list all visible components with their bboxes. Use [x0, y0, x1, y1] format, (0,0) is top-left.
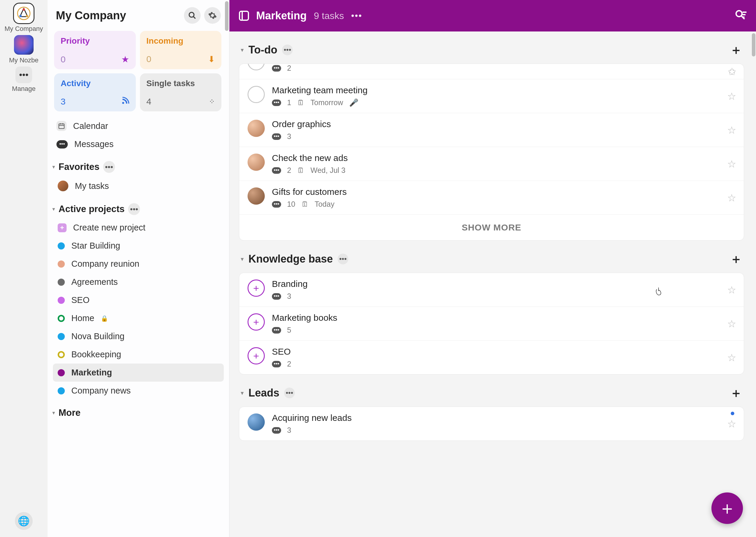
project-dot-icon: [58, 387, 65, 394]
star-button[interactable]: ☆: [727, 352, 736, 363]
project-home[interactable]: Home 🔒: [53, 309, 224, 327]
dots-cluster-icon: ⁘: [209, 98, 215, 106]
star-button[interactable]: ☆: [727, 124, 736, 136]
project-bookkeeping[interactable]: Bookkeeping: [53, 346, 224, 363]
filter-button[interactable]: [734, 9, 746, 22]
star-button[interactable]: ☆: [727, 158, 736, 170]
assignee-avatar[interactable]: [247, 187, 265, 205]
inbox-icon: ⬇: [208, 54, 215, 64]
calendar-icon: 🗓: [297, 166, 305, 175]
tile-activity[interactable]: Activity 3: [54, 73, 136, 111]
project-company-reunion[interactable]: Company reunion: [53, 255, 224, 273]
nav-calendar[interactable]: Calendar: [53, 117, 224, 135]
section-menu-button[interactable]: •••: [128, 203, 140, 215]
task-checkbox-plus[interactable]: +: [247, 347, 265, 364]
nav-messages[interactable]: ••• Messages: [53, 135, 224, 153]
main-scrollbar[interactable]: [751, 31, 756, 537]
task-row[interactable]: Check the new ads •••2 🗓Wed, Jul 3 ☆: [239, 147, 744, 181]
caret-down-icon[interactable]: ▾: [241, 46, 244, 54]
task-count: 9 tasks: [314, 10, 344, 21]
task-checkbox[interactable]: [247, 64, 265, 70]
workspace-avatar-icon: [14, 35, 33, 55]
task-row[interactable]: + Branding •••3 ☆: [239, 273, 744, 307]
favorite-mytasks[interactable]: My tasks: [53, 177, 224, 195]
main-body: ▾ To-do ••• ＋ •••2 ✩ Marketing team m: [229, 31, 756, 537]
task-row[interactable]: Marketing team meeting •••1 🗓Tomorrow 🎤 …: [239, 79, 744, 113]
add-fab-button[interactable]: ＋: [711, 492, 743, 524]
task-row[interactable]: Gifts for customers •••10 🗓Today ☆: [239, 181, 744, 215]
section-menu-button[interactable]: •••: [282, 45, 293, 55]
star-button[interactable]: ☆: [727, 192, 736, 204]
caret-down-icon: ▾: [52, 164, 55, 170]
task-row[interactable]: + Marketing books •••5 ☆: [239, 307, 744, 341]
create-project[interactable]: + Create new project: [53, 219, 224, 237]
task-list: + Branding •••3 ☆ + Marketing books •••5…: [239, 273, 744, 375]
show-more-button[interactable]: SHOW MORE: [239, 215, 744, 240]
project-dot-icon: [58, 242, 65, 250]
comments-icon: •••: [272, 361, 281, 367]
section-active-projects[interactable]: ▾ Active projects •••: [48, 198, 229, 216]
lock-icon: 🔒: [101, 315, 108, 322]
section-menu-button[interactable]: •••: [284, 388, 295, 398]
comments-icon: •••: [272, 293, 281, 300]
section-menu-button[interactable]: •••: [103, 161, 115, 173]
dashboard-tiles: Priority 0 ★ Incoming 0 ⬇ Activity 3 Sin…: [48, 27, 229, 114]
task-row[interactable]: •••2 ✩: [239, 64, 744, 79]
add-task-button[interactable]: ＋: [730, 42, 742, 58]
panel-toggle-icon[interactable]: [239, 11, 249, 21]
task-row[interactable]: + SEO •••2 ☆: [239, 341, 744, 374]
project-menu-button[interactable]: •••: [351, 11, 362, 21]
section-favorites[interactable]: ▾ Favorites •••: [48, 156, 229, 174]
caret-down-icon: ▾: [52, 410, 55, 416]
project-dot-icon: [58, 333, 65, 340]
star-button[interactable]: ☆: [727, 284, 736, 296]
workspace-manage[interactable]: ••• Manage: [12, 66, 36, 93]
mic-icon: 🎤: [349, 98, 358, 107]
assignee-avatar[interactable]: [247, 413, 265, 431]
user-avatar-icon: [58, 181, 68, 191]
sidebar-scrollbar[interactable]: [224, 0, 229, 537]
unread-dot-icon: [731, 412, 734, 415]
tile-single[interactable]: Single tasks 4 ⁘: [140, 73, 222, 111]
add-task-button[interactable]: ＋: [730, 251, 742, 267]
star-button[interactable]: ☆: [727, 318, 736, 330]
assignee-avatar[interactable]: [247, 153, 265, 171]
caret-down-icon[interactable]: ▾: [241, 255, 244, 263]
project-agreements[interactable]: Agreements: [53, 273, 224, 291]
star-button[interactable]: ✩: [728, 66, 736, 77]
task-checkbox-plus[interactable]: +: [247, 313, 265, 331]
task-checkbox-plus[interactable]: +: [247, 279, 265, 297]
tile-priority[interactable]: Priority 0 ★: [54, 31, 136, 69]
task-checkbox[interactable]: [247, 86, 265, 103]
project-nova-building[interactable]: Nova Building: [53, 327, 224, 346]
workspace-mynozbe[interactable]: My Nozbe: [9, 35, 38, 64]
star-button[interactable]: ☆: [727, 418, 736, 430]
workspace-label: Manage: [12, 85, 36, 93]
project-dot-icon: [58, 297, 65, 304]
section-menu-button[interactable]: •••: [337, 254, 348, 264]
comments-icon: •••: [272, 167, 281, 174]
task-row[interactable]: Order graphics •••3 ☆: [239, 113, 744, 147]
section-more[interactable]: ▾ More: [48, 402, 229, 419]
project-company-news[interactable]: Company news: [53, 382, 224, 400]
project-dot-icon: [58, 279, 65, 286]
assignee-avatar[interactable]: [247, 120, 265, 137]
globe-button[interactable]: 🌐: [15, 512, 33, 530]
project-marketing[interactable]: Marketing: [53, 363, 224, 382]
comments-icon: •••: [272, 427, 281, 434]
search-icon: [188, 11, 197, 20]
project-seo[interactable]: SEO: [53, 291, 224, 309]
search-button[interactable]: [184, 7, 200, 24]
svg-point-2: [19, 15, 22, 17]
caret-down-icon[interactable]: ▾: [241, 390, 244, 396]
project-star-building[interactable]: Star Building: [53, 237, 224, 255]
workspace-mycompany[interactable]: My Company: [4, 4, 43, 33]
task-row[interactable]: Acquiring new leads •••3 ☆: [239, 407, 744, 440]
settings-button[interactable]: [204, 7, 221, 24]
add-task-button[interactable]: ＋: [730, 385, 742, 401]
star-button[interactable]: ☆: [727, 90, 736, 102]
workspace-rail: My Company My Nozbe ••• Manage 🌐: [0, 0, 48, 537]
tile-incoming[interactable]: Incoming 0 ⬇: [140, 31, 222, 69]
project-list: + Create new project Star Building Compa…: [48, 216, 229, 402]
filter-icon: [734, 9, 746, 21]
